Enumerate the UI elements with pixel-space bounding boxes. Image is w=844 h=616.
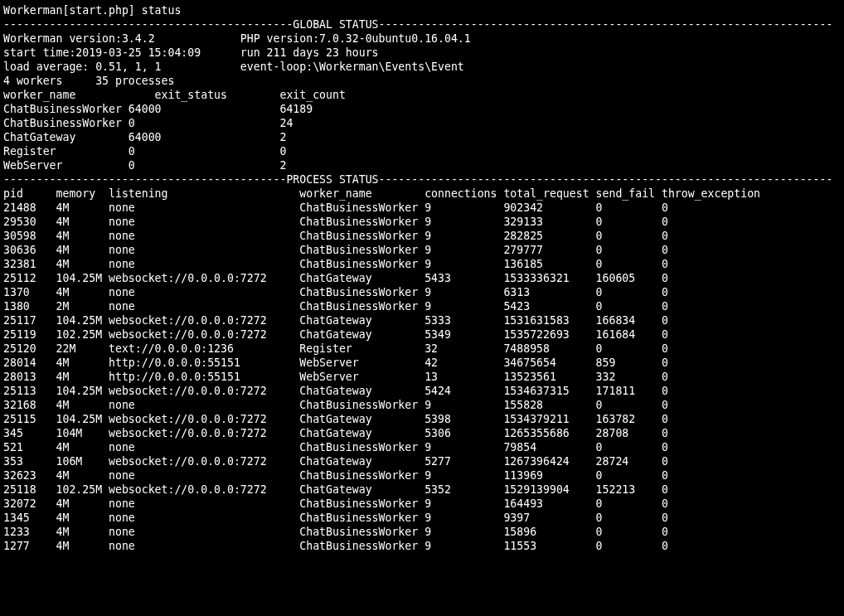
terminal-output: Workerman[start.php] status ------------… (0, 0, 844, 565)
